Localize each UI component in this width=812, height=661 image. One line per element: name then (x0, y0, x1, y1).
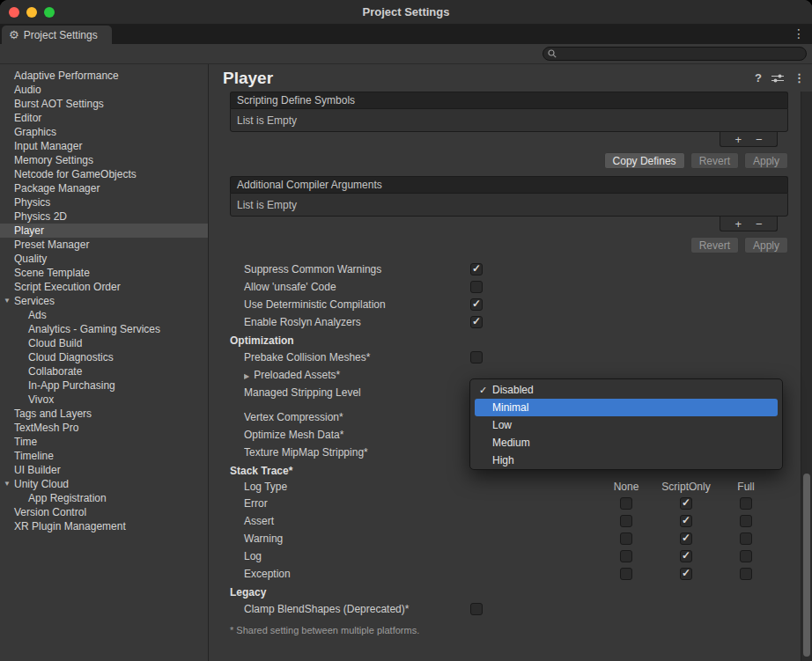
sidebar-item-ui-builder[interactable]: UI Builder (0, 463, 208, 477)
copy-defines-button[interactable]: Copy Defines (604, 152, 685, 169)
sidebar-item-graphics[interactable]: Graphics (0, 125, 208, 139)
sidebar-item-services[interactable]: ▼Services (0, 294, 208, 308)
dropdown-option-high[interactable]: High (475, 452, 778, 469)
sidebar-item-cloud-diagnostics[interactable]: Cloud Diagnostics (0, 350, 208, 364)
add-button[interactable]: + (734, 134, 742, 145)
titlebar: Project Settings (0, 0, 812, 25)
checkbox[interactable] (680, 568, 692, 580)
checkbox[interactable] (620, 568, 632, 580)
search-box[interactable] (543, 47, 807, 61)
checkbox[interactable] (470, 298, 483, 311)
sidebar-item-timeline[interactable]: Timeline (0, 449, 208, 463)
sidebar-item-analytics-gaming-services[interactable]: Analytics - Gaming Services (0, 322, 208, 336)
sidebar-item-ads[interactable]: Ads (0, 308, 208, 322)
sidebar-item-adaptive-performance[interactable]: Adaptive Performance (0, 69, 208, 83)
checkbox[interactable] (470, 316, 483, 328)
scrollbar-thumb[interactable] (803, 474, 810, 657)
sidebar-item-input-manager[interactable]: Input Manager (0, 139, 208, 153)
sidebar-item-preset-manager[interactable]: Preset Manager (0, 238, 208, 252)
checkbox[interactable] (740, 532, 752, 545)
foldout-closed-icon[interactable]: ▶ (244, 372, 249, 380)
checkbox[interactable] (680, 532, 692, 545)
checkbox[interactable] (620, 550, 632, 562)
sidebar-item-burst-aot-settings[interactable]: Burst AOT Settings (0, 97, 208, 111)
checkbox[interactable] (680, 550, 692, 562)
dropdown-option-medium[interactable]: Medium (475, 434, 778, 452)
sidebar-item-netcode-for-gameobjects[interactable]: Netcode for GameObjects (0, 167, 208, 181)
content-area: Adaptive PerformanceAudioBurst AOT Setti… (0, 64, 812, 661)
checkbox[interactable] (470, 263, 483, 275)
sidebar-item-script-execution-order[interactable]: Script Execution Order (0, 280, 208, 294)
dropdown-option-label: Low (492, 419, 512, 431)
revert-button[interactable]: Revert (690, 152, 739, 169)
log-type-label: Log Type (244, 481, 596, 493)
checkbox[interactable] (620, 515, 632, 527)
help-icon[interactable]: ? (755, 72, 762, 84)
sidebar-item-quality[interactable]: Quality (0, 252, 208, 266)
sidebar-item-player[interactable]: Player (0, 224, 208, 238)
remove-button[interactable]: − (756, 218, 763, 230)
sidebar-item-physics-2d[interactable]: Physics 2D (0, 209, 208, 224)
sidebar-item-tags-and-layers[interactable]: Tags and Layers (0, 407, 208, 421)
list-header: Additional Compiler Arguments (230, 176, 788, 193)
vertical-scrollbar[interactable] (801, 92, 812, 661)
sidebar-item-vivox[interactable]: Vivox (0, 393, 208, 407)
add-button[interactable]: + (734, 218, 742, 230)
sidebar-item-unity-cloud[interactable]: ▼Unity Cloud (0, 477, 208, 491)
sidebar-item-audio[interactable]: Audio (0, 83, 208, 97)
checkbox[interactable] (740, 568, 752, 580)
presets-icon[interactable] (771, 73, 784, 84)
dropdown-option-low[interactable]: Low (475, 416, 778, 434)
checkbox[interactable] (740, 497, 752, 510)
sidebar-item-version-control[interactable]: Version Control (0, 505, 208, 519)
minimize-button[interactable] (26, 7, 37, 18)
checkbox[interactable] (680, 497, 692, 510)
close-button[interactable] (9, 7, 19, 18)
checkbox[interactable] (470, 603, 483, 615)
log-type-label: Assert (244, 515, 596, 527)
log-type-label: Exception (244, 568, 596, 580)
zoom-button[interactable] (44, 7, 55, 18)
setting-row-use-deterministic-compilation: Use Deterministic Compilation (230, 296, 788, 313)
sidebar-item-label: Adaptive Performance (14, 70, 119, 82)
sidebar-item-physics[interactable]: Physics (0, 195, 208, 209)
sidebar-item-in-app-purchasing[interactable]: In-App Purchasing (0, 378, 208, 393)
sidebar-item-package-manager[interactable]: Package Manager (0, 181, 208, 195)
checkbox[interactable] (470, 351, 483, 364)
legacy-settings: Clamp BlendShapes (Deprecated)* (230, 600, 788, 618)
setting-label: Prebake Collision Meshes* (244, 351, 470, 364)
setting-label: Managed Stripping Level (244, 386, 470, 399)
checkbox[interactable] (680, 515, 692, 527)
setting-label: Suppress Common Warnings (244, 263, 470, 275)
sidebar-item-app-registration[interactable]: App Registration (0, 491, 208, 505)
setting-label: ▶Preloaded Assets* (244, 369, 470, 381)
sidebar-item-label: Player (14, 224, 44, 237)
search-input[interactable] (560, 48, 801, 59)
sidebar-item-cloud-build[interactable]: Cloud Build (0, 336, 208, 350)
sidebar-item-xr-plugin-management[interactable]: XR Plugin Management (0, 519, 208, 533)
sidebar-item-time[interactable]: Time (0, 435, 208, 449)
tab-menu-icon[interactable]: ⋮ (793, 27, 805, 40)
sidebar-item-textmesh-pro[interactable]: TextMesh Pro (0, 421, 208, 435)
remove-button[interactable]: − (756, 134, 763, 145)
revert-button[interactable]: Revert (690, 237, 739, 253)
sidebar-item-scene-template[interactable]: Scene Template (0, 266, 208, 280)
sidebar-item-editor[interactable]: Editor (0, 111, 208, 125)
checkbox[interactable] (620, 497, 632, 510)
dropdown-option-minimal[interactable]: Minimal (475, 399, 778, 416)
tab-project-settings[interactable]: ⚙ Project Settings (2, 26, 112, 44)
checkbox[interactable] (740, 550, 752, 562)
sidebar-item-collaborate[interactable]: Collaborate (0, 364, 208, 378)
foldout-open-icon[interactable]: ▼ (4, 480, 11, 488)
sidebar-item-memory-settings[interactable]: Memory Settings (0, 153, 208, 167)
apply-button[interactable]: Apply (744, 237, 788, 253)
checkbox[interactable] (740, 515, 752, 527)
apply-button[interactable]: Apply (744, 152, 788, 169)
more-menu-icon[interactable]: ⋮ (794, 72, 805, 84)
dropdown-option-disabled[interactable]: ✓Disabled (475, 381, 778, 399)
checkbox[interactable] (470, 281, 483, 293)
checkbox[interactable] (620, 532, 632, 545)
section-legacy: Legacy (230, 584, 788, 600)
sidebar-item-label: Package Manager (14, 182, 100, 195)
foldout-open-icon[interactable]: ▼ (4, 297, 11, 305)
